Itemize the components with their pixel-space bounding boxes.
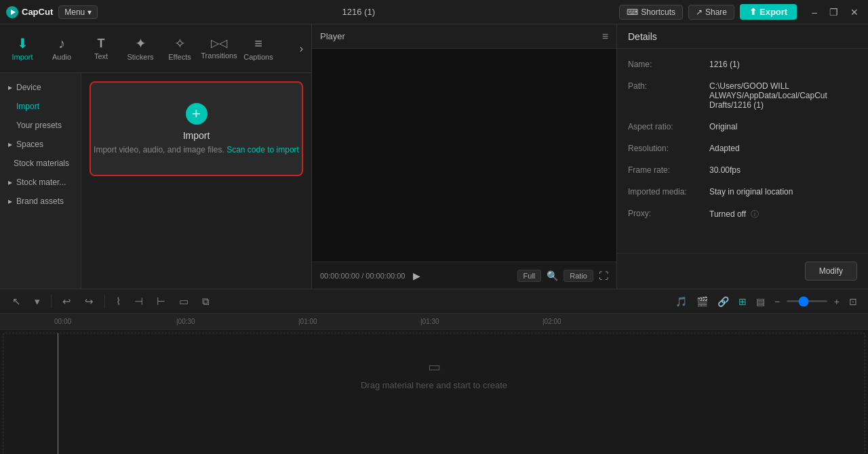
text-icon: T [98,37,105,49]
select-dropdown-button[interactable]: ▾ [31,294,44,309]
import-title: Import [183,130,210,141]
import-area: + Import Import video, audio, and image … [81,73,311,289]
detail-row-framerate: Frame rate: 30.00fps [628,165,857,175]
tab-stickers-label: Stickers [127,53,153,61]
import-plus-icon: + [186,103,208,125]
player-fullscreen-icon[interactable]: ⛶ [599,270,608,281]
tab-audio[interactable]: ♪ Audio [42,26,81,72]
add-audio-button[interactable]: 🎵 [673,295,690,308]
redo-button[interactable]: ↪ [81,294,98,309]
placeholder-text: Drag material here and start to create [361,380,507,390]
detail-value-path: C:\Users/GOOD WILL ALWAYS/AppData/Local/… [709,81,857,110]
stickers-icon: ✦ [135,37,146,50]
app-logo: CapCut [5,5,53,19]
ruler-mark-0: 00:00 [54,318,71,325]
main-area: ⬇ Import ♪ Audio T Text ✦ Stickers ✧ Eff… [0,24,868,289]
placeholder-icon: ▭ [428,358,441,375]
sidebar-item-presets[interactable]: Your presets [3,117,78,134]
minimize-button[interactable]: – [808,5,821,19]
detail-value-framerate: 30.00fps [709,165,857,175]
timeline-panel: ↖ ▾ ↩ ↪ ⌇ ⊣ ⊢ ▭ ⧉ 🎵 🎬 🔗 ⊞ ▤ − + ⊡ 00:00 … [0,289,868,454]
select-tool-button[interactable]: ↖ [8,294,25,309]
tab-effects-label: Effects [168,53,191,61]
player-controls: 00:00:00:00 / 00:00:00:00 ▶ Full 🔍 Ratio… [312,262,616,289]
player-ratio-button[interactable]: Ratio [564,270,593,282]
split-button[interactable]: ⌇ [112,294,125,309]
modify-button[interactable]: Modify [805,262,857,281]
sidebar-spaces-label: Spaces [16,140,43,149]
sidebar-brand-label: Brand assets [16,197,64,206]
tab-effects[interactable]: ✧ Effects [160,26,199,72]
plus-zoom-button[interactable]: + [831,295,842,308]
detail-value-name: 1216 (1) [709,60,857,69]
detail-value-proxy: Turned off ⓘ [709,209,857,220]
tab-stickers[interactable]: ✦ Stickers [121,26,160,72]
add-video-button[interactable]: 🎬 [694,295,711,308]
menu-button[interactable]: Menu ▾ [58,5,98,19]
sidebar-item-stock-materials[interactable]: Stock materials [3,154,78,172]
link-button[interactable]: 🔗 [715,295,732,308]
detail-value-resolution: Adapted [709,144,857,153]
device-arrow-icon: ▸ [8,83,12,92]
timeline-placeholder: ▭ Drag material here and start to create [3,347,865,401]
timeline-tracks: ▭ Drag material here and start to create [3,333,865,454]
proxy-info-icon: ⓘ [751,209,759,219]
player-video-area [312,49,616,262]
timeline-ruler: 00:00 |00:30 |01:00 |01:30 |02:00 [0,314,868,330]
export-button[interactable]: ⬆ Export [740,4,797,20]
trim-left-button[interactable]: ⊣ [130,294,147,309]
tab-import[interactable]: ⬇ Import [3,26,42,72]
close-button[interactable]: ✕ [846,5,863,19]
player-play-button[interactable]: ▶ [413,270,420,281]
toolbar-separator-2 [104,295,105,308]
player-title: Player [320,31,345,41]
tab-audio-label: Audio [52,53,71,61]
maximize-button[interactable]: ❐ [825,5,842,19]
zoom-slider[interactable] [787,300,827,302]
sidebar-item-brand[interactable]: ▸ Brand assets [3,192,78,210]
tab-captions-label: Captions [243,53,273,61]
tab-captions[interactable]: ≡ Captions [239,26,278,72]
toolbar-separator-1 [51,295,52,308]
split-track-button[interactable]: ⊞ [736,295,749,308]
detail-value-imported-media: Stay in original location [709,187,857,197]
player-search-icon[interactable]: 🔍 [547,270,558,281]
player-full-button[interactable]: Full [517,270,542,282]
player-menu-button[interactable]: ≡ [602,30,608,43]
tab-text[interactable]: T Text [81,26,121,72]
panel-content: ▸ Device Import Your presets ▸ Spaces St… [0,73,311,289]
detail-label-resolution: Resolution: [628,144,709,153]
share-button[interactable]: ↗ Share [688,5,734,20]
sidebar-device-label: Device [16,83,41,92]
fit-zoom-button[interactable]: ⊡ [846,295,860,308]
sidebar-item-stockmat[interactable]: ▸ Stock mater... [3,173,78,191]
sidebar-stock-label: Stock materials [14,159,69,168]
sidebar-item-device[interactable]: ▸ Device [3,79,78,96]
import-drop-zone[interactable]: + Import Import video, audio, and image … [90,81,303,176]
detail-row-resolution: Resolution: Adapted [628,144,857,153]
brand-arrow-icon: ▸ [8,197,12,206]
trim-right-button[interactable]: ⊢ [153,294,170,309]
ruler-mark-2: |01:00 [298,318,317,325]
details-title: Details [628,31,657,42]
captions-icon: ≡ [254,37,262,50]
sidebar-item-spaces[interactable]: ▸ Spaces [3,136,78,153]
tab-bar: ⬇ Import ♪ Audio T Text ✦ Stickers ✧ Eff… [0,24,311,73]
toolbar-panel: ⬇ Import ♪ Audio T Text ✦ Stickers ✧ Eff… [0,24,312,289]
shortcuts-button[interactable]: ⌨ Shortcuts [619,5,683,20]
undo-button[interactable]: ↩ [58,294,75,309]
scan-code-link[interactable]: Scan code to import [226,145,299,154]
ruler-mark-1: |00:30 [176,318,195,325]
tabs-more-button[interactable]: › [294,40,309,58]
stockmat-arrow-icon: ▸ [8,178,12,187]
copy-button[interactable]: ⧉ [198,294,214,309]
sidebar: ▸ Device Import Your presets ▸ Spaces St… [0,73,81,289]
tab-transitions[interactable]: ▷◁ Transitions [199,26,239,72]
delete-button[interactable]: ▭ [175,294,193,309]
minus-zoom-button[interactable]: − [772,295,783,308]
zoom-control [787,300,827,302]
caption-button[interactable]: ▤ [753,295,768,308]
details-panel: Details Name: 1216 (1) Path: C:\Users/GO… [617,24,868,289]
effects-icon: ✧ [174,37,186,50]
sidebar-item-import[interactable]: Import [3,98,78,115]
